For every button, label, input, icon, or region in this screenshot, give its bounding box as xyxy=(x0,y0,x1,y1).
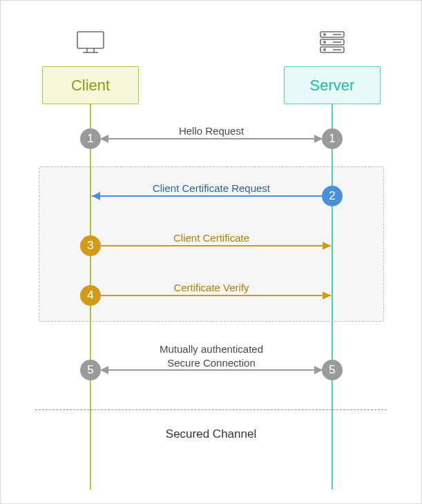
server-stack-icon xyxy=(311,25,353,57)
arrow-line xyxy=(100,138,323,139)
step-4: Certificate Verify4 xyxy=(1,295,422,327)
svg-point-9 xyxy=(324,49,326,51)
step-badge: 5 xyxy=(80,360,101,380)
arrowhead-right-icon xyxy=(323,291,331,300)
step-badge: 1 xyxy=(80,128,101,149)
server-node-label: Server xyxy=(310,77,355,95)
arrowhead-left-icon xyxy=(92,192,100,200)
arrow-line xyxy=(100,245,331,246)
channel-divider xyxy=(35,409,387,410)
diagram-canvas: Client Server Hello Request11Client Cert… xyxy=(0,0,422,504)
arrowhead-left-icon xyxy=(100,366,108,374)
arrow-line xyxy=(100,369,323,371)
secured-channel-label: Secured Channel xyxy=(1,427,421,441)
step-badge: 4 xyxy=(80,285,101,306)
step-badge: 3 xyxy=(80,235,101,256)
arrow-line xyxy=(100,295,331,296)
step-label: Mutually authenticatedSecure Connection xyxy=(90,342,332,369)
server-node: Server xyxy=(284,66,381,104)
client-node: Client xyxy=(42,66,139,104)
step-badge: 2 xyxy=(322,186,343,206)
arrowhead-left-icon xyxy=(100,135,108,143)
step-badge: 5 xyxy=(322,360,343,380)
svg-point-7 xyxy=(324,34,326,36)
arrowhead-right-icon xyxy=(323,242,331,250)
step-1: Hello Request11 xyxy=(1,139,422,170)
step-2: Client Certificate Request2 xyxy=(1,196,422,227)
monitor-icon xyxy=(70,25,111,57)
step-label: Hello Request xyxy=(90,125,332,137)
step-label: Certificate Verify xyxy=(90,282,332,293)
step-label: Client Certificate Request xyxy=(90,182,332,194)
step-3: Client Certificate3 xyxy=(1,246,422,277)
client-node-label: Client xyxy=(71,77,110,95)
step-5: Mutually authenticatedSecure Connection5… xyxy=(1,370,422,401)
arrow-line xyxy=(92,195,323,197)
svg-rect-0 xyxy=(77,32,104,48)
step-label: Client Certificate xyxy=(90,232,332,244)
step-badge: 1 xyxy=(322,128,343,149)
svg-point-8 xyxy=(324,41,326,43)
